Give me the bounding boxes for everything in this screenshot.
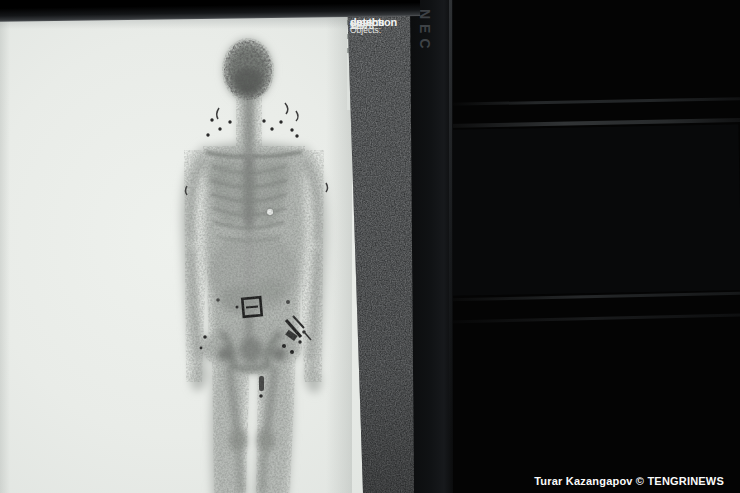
shelf-edge-line [448,313,740,323]
photo-credit: Turar Kazangapov © TENGRINEWS [534,475,724,487]
shelf-interior [448,124,740,296]
shelf-edge-line [448,97,740,106]
screen-shading [0,0,10,493]
bezel-edge-highlight [449,0,452,440]
new-value: 1 [350,21,355,31]
photo-of-monitor: NEC smıths detectıon Objects [0,0,740,493]
